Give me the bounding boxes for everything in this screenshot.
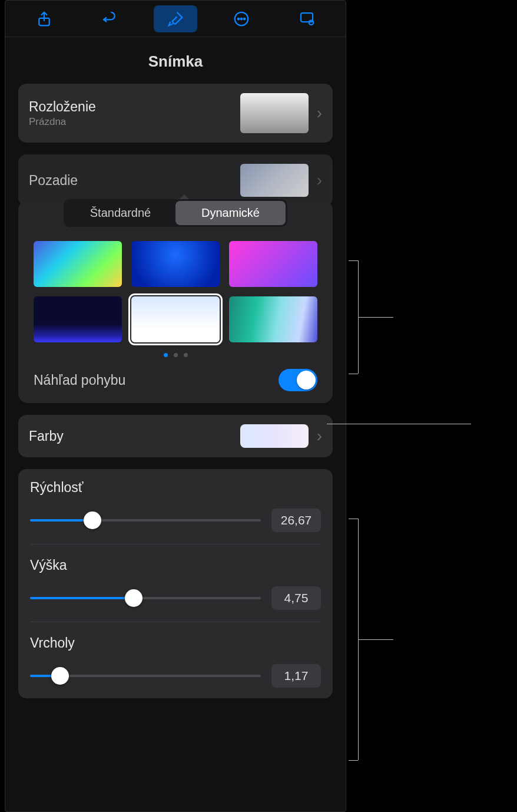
background-grid bbox=[18, 228, 333, 348]
speed-group: Rýchlosť 26,67 bbox=[18, 469, 333, 547]
slider-knob bbox=[51, 667, 69, 685]
callout-line-2 bbox=[327, 424, 471, 424]
chevron-right-icon: › bbox=[317, 427, 322, 445]
page-dot-3 bbox=[184, 353, 188, 357]
layout-thumbnail bbox=[240, 93, 309, 133]
peaks-label: Vrcholy bbox=[30, 635, 321, 651]
dynamic-bg-option-1[interactable] bbox=[34, 241, 122, 287]
slider-knob bbox=[125, 589, 142, 607]
panel-title: Snímka bbox=[5, 37, 346, 84]
dynamic-bg-option-5[interactable] bbox=[131, 296, 220, 342]
speed-value[interactable]: 26,67 bbox=[271, 509, 321, 532]
colors-label: Farby bbox=[29, 428, 240, 444]
background-label: Pozadie bbox=[29, 173, 240, 189]
dynamic-bg-option-2[interactable] bbox=[131, 241, 220, 287]
page-dot-2 bbox=[174, 353, 178, 357]
segmented-standard[interactable]: Štandardné bbox=[65, 201, 175, 225]
callout-tick bbox=[349, 374, 358, 374]
height-label: Výška bbox=[30, 557, 321, 573]
callout-line-1 bbox=[358, 317, 393, 318]
present-button[interactable] bbox=[285, 5, 329, 32]
svg-point-3 bbox=[240, 18, 242, 19]
svg-point-6 bbox=[309, 20, 314, 25]
undo-button[interactable] bbox=[88, 5, 131, 32]
ellipsis-circle-icon bbox=[233, 10, 250, 28]
colors-swatch bbox=[240, 424, 309, 448]
layout-sublabel: Prázdna bbox=[29, 116, 240, 128]
panel-content: Rozloženie Prázdna › Pozadie › Štandardn… bbox=[5, 84, 346, 698]
background-thumbnail bbox=[240, 164, 309, 197]
svg-point-2 bbox=[237, 18, 239, 19]
share-button[interactable] bbox=[22, 5, 66, 32]
peaks-group: Vrcholy 1,17 bbox=[18, 625, 333, 698]
height-value[interactable]: 4,75 bbox=[271, 586, 321, 610]
background-popover: Štandardné Dynamické Náhľad pohybu bbox=[18, 200, 333, 403]
paintbrush-icon bbox=[167, 10, 184, 28]
dynamic-bg-option-3[interactable] bbox=[229, 241, 317, 287]
sliders-card: Rýchlosť 26,67 Výška 4,75 bbox=[18, 469, 333, 698]
height-group: Výška 4,75 bbox=[18, 547, 333, 625]
peaks-value[interactable]: 1,17 bbox=[271, 664, 321, 688]
peaks-slider[interactable] bbox=[30, 675, 261, 677]
motion-preview-label: Náhľad pohybu bbox=[34, 372, 279, 388]
segmented-dynamic[interactable]: Dynamické bbox=[175, 201, 286, 225]
page-dot-1 bbox=[164, 353, 168, 357]
dynamic-bg-option-6[interactable] bbox=[229, 296, 317, 342]
layout-label: Rozloženie bbox=[29, 99, 240, 115]
chevron-right-icon: › bbox=[317, 171, 322, 190]
background-type-segmented[interactable]: Štandardné Dynamické bbox=[64, 199, 287, 227]
toolbar bbox=[5, 1, 346, 37]
slider-knob bbox=[84, 511, 101, 529]
undo-icon bbox=[101, 10, 118, 28]
callout-tick bbox=[349, 760, 358, 761]
speed-slider[interactable] bbox=[30, 519, 261, 521]
callout-tick bbox=[349, 519, 358, 519]
format-button[interactable] bbox=[154, 5, 197, 32]
presenter-icon bbox=[298, 10, 316, 28]
callout-tick bbox=[349, 260, 358, 261]
height-slider[interactable] bbox=[30, 597, 261, 599]
format-panel: Snímka Rozloženie Prázdna › Pozadie › bbox=[5, 0, 346, 812]
dynamic-bg-option-4[interactable] bbox=[34, 296, 122, 342]
svg-point-4 bbox=[243, 18, 245, 19]
motion-preview-row: Náhľad pohybu bbox=[18, 363, 333, 395]
switch-knob bbox=[297, 371, 316, 390]
slider-fill bbox=[30, 597, 134, 599]
more-button[interactable] bbox=[220, 5, 263, 32]
share-icon bbox=[35, 10, 53, 28]
speed-label: Rýchlosť bbox=[30, 480, 321, 496]
layout-row[interactable]: Rozloženie Prázdna › bbox=[18, 84, 333, 143]
page-indicator[interactable] bbox=[18, 348, 333, 363]
motion-preview-toggle[interactable] bbox=[279, 369, 317, 391]
colors-row[interactable]: Farby › bbox=[18, 415, 333, 457]
chevron-right-icon: › bbox=[317, 104, 322, 123]
background-row[interactable]: Pozadie › bbox=[18, 154, 333, 206]
callout-line-3 bbox=[358, 639, 393, 640]
